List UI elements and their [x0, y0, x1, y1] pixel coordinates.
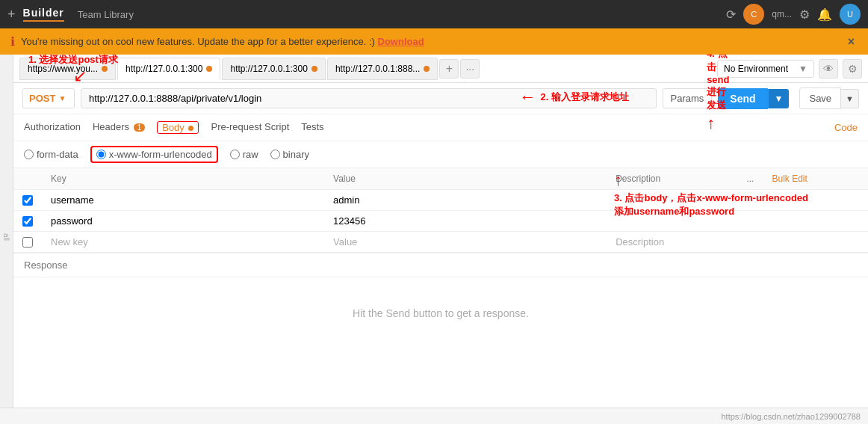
- user-label: qm...: [772, 9, 792, 19]
- data-table-wrapper: Key Value Description ... Bulk Edit: [13, 168, 868, 420]
- bulk-edit-header[interactable]: Bulk Edit: [763, 168, 868, 190]
- method-selector[interactable]: POST ▼: [22, 88, 75, 108]
- tabs-area: https://www.you... http://127.0.0.1:300 …: [13, 55, 868, 83]
- eye-icon[interactable]: 👁: [819, 59, 838, 79]
- download-link[interactable]: Download: [378, 36, 424, 47]
- new-row-check: [13, 232, 42, 253]
- topbar-team-library[interactable]: Team Library: [78, 9, 134, 20]
- url-bar: POST ▼ Params Send ▼ 4. 点击send进行发送 ↑ Sav…: [13, 83, 868, 114]
- settings-icon[interactable]: ⚙: [799, 7, 810, 22]
- env-dropdown[interactable]: No Environment ▼: [717, 60, 814, 78]
- banner-message: You're missing out on cool new features.…: [21, 36, 375, 47]
- table-row: username admin: [13, 190, 868, 211]
- banner-text: You're missing out on cool new features.…: [21, 36, 839, 47]
- bulk-edit-button[interactable]: Bulk Edit: [772, 173, 807, 184]
- tab-tests-label: Tests: [301, 121, 323, 132]
- row-1-key-cell: username: [42, 190, 324, 211]
- new-row: Description: [13, 232, 868, 253]
- tab-body[interactable]: Body: [157, 121, 199, 134]
- avatar-icon[interactable]: C: [743, 4, 764, 25]
- env-selector: No Environment ▼ 👁 ⚙: [717, 59, 862, 79]
- row-2-checkbox[interactable]: [22, 216, 33, 227]
- tab-0-dot: [102, 66, 108, 72]
- new-value-input[interactable]: [333, 236, 598, 248]
- save-group: Save ▼: [799, 87, 859, 109]
- col-key-header: Key: [42, 168, 324, 190]
- x-www-form-radio[interactable]: [96, 150, 106, 159]
- row-1-checkbox[interactable]: [22, 195, 33, 206]
- tab-1[interactable]: http://127.0.0.1:300: [117, 58, 220, 80]
- url-input[interactable]: [81, 88, 657, 108]
- send-dropdown-button[interactable]: ▼: [768, 89, 790, 108]
- tab-tests[interactable]: Tests: [301, 115, 323, 140]
- send-group: Send ▼ 4. 点击send进行发送 ↑: [718, 88, 789, 109]
- tab-more-button[interactable]: ···: [460, 59, 480, 79]
- tab-1-label: http://127.0.0.1:300: [125, 64, 202, 74]
- bottom-bar: https://blog.csdn.net/zhao1299002788: [0, 408, 868, 420]
- option-binary[interactable]: binary: [270, 149, 309, 160]
- response-placeholder: Hit the Send button to get a response.: [13, 277, 868, 349]
- tab-1-dot: [206, 66, 212, 72]
- left-sidebar[interactable]: all: [0, 55, 13, 420]
- user-avatar[interactable]: U: [840, 4, 861, 25]
- new-key-input[interactable]: [51, 236, 315, 248]
- update-banner: ℹ You're missing out on cool new feature…: [0, 28, 868, 55]
- row-1-key: username: [51, 194, 94, 206]
- more-label: ...: [746, 173, 754, 184]
- row-2-value-cell: 123456: [324, 211, 607, 232]
- tab-3[interactable]: http://127.0.0.1:888...: [327, 58, 438, 80]
- code-link[interactable]: Code: [834, 122, 858, 133]
- main-content: https://www.you... http://127.0.0.1:300 …: [13, 55, 868, 420]
- params-button[interactable]: Params: [663, 88, 713, 108]
- topbar-plus-icon[interactable]: +: [7, 7, 16, 22]
- sync-icon[interactable]: ⟳: [726, 7, 736, 22]
- gear-icon[interactable]: ⚙: [843, 59, 862, 79]
- option-form-data[interactable]: form-data: [24, 149, 78, 160]
- table-header-row: Key Value Description ... Bulk Edit: [13, 168, 868, 190]
- tab-headers[interactable]: Headers 1: [93, 115, 145, 140]
- option-x-www-form[interactable]: x-www-form-urlencoded: [90, 146, 218, 163]
- form-data-radio[interactable]: [24, 150, 34, 159]
- col-value-header: Value: [324, 168, 607, 190]
- add-tab-button[interactable]: +: [439, 59, 459, 79]
- option-raw[interactable]: raw: [230, 149, 258, 160]
- headers-badge: 1: [134, 123, 146, 132]
- tab-3-label: http://127.0.0.1:888...: [335, 64, 420, 74]
- new-value-cell: [324, 232, 607, 253]
- form-data-label: form-data: [37, 149, 78, 160]
- bell-icon[interactable]: 🔔: [817, 7, 832, 22]
- tab-2-label: http://127.0.0.1:300: [230, 64, 307, 74]
- main-container: all https://www.you... http://127.0.0.1:…: [0, 55, 868, 420]
- send-button[interactable]: Send: [718, 88, 767, 109]
- bottom-url: https://blog.csdn.net/zhao1299002788: [721, 412, 861, 421]
- binary-radio[interactable]: [270, 150, 280, 159]
- new-row-checkbox[interactable]: [22, 237, 33, 248]
- banner-close-button[interactable]: ×: [845, 35, 858, 49]
- chevron-down-icon: ▼: [799, 64, 807, 74]
- new-extra-cell: [763, 232, 868, 253]
- row-2-key: password: [51, 215, 93, 227]
- url-bar-area: POST ▼ Params Send ▼ 4. 点击send进行发送 ↑ Sav…: [13, 83, 868, 114]
- raw-radio[interactable]: [230, 150, 240, 159]
- tabs-row: https://www.you... http://127.0.0.1:300 …: [13, 55, 868, 83]
- row-2-desc-cell: [607, 211, 737, 232]
- row-1-value-cell: admin: [324, 190, 607, 211]
- tab-0[interactable]: https://www.you...: [19, 58, 116, 80]
- params-table: Key Value Description ... Bulk Edit: [13, 168, 868, 253]
- tab-2[interactable]: http://127.0.0.1:300: [222, 58, 325, 80]
- col-check-header: [13, 168, 42, 190]
- method-chevron: ▼: [58, 94, 66, 102]
- row-1-check-cell: [13, 190, 42, 211]
- save-button[interactable]: Save: [799, 87, 841, 109]
- new-desc-cell: Description: [607, 232, 737, 253]
- tab-authorization[interactable]: Authorization: [24, 115, 81, 140]
- tab-prerequest[interactable]: Pre-request Script: [211, 115, 289, 140]
- method-label: POST: [29, 93, 55, 104]
- row-2-value: 123456: [333, 215, 365, 227]
- tab-0-label: https://www.you...: [28, 64, 98, 74]
- tab-3-dot: [424, 66, 430, 72]
- x-www-form-label: x-www-form-urlencoded: [109, 149, 212, 160]
- save-dropdown-button[interactable]: ▼: [841, 89, 859, 108]
- raw-label: raw: [243, 149, 258, 160]
- col-more-header: ...: [737, 168, 763, 190]
